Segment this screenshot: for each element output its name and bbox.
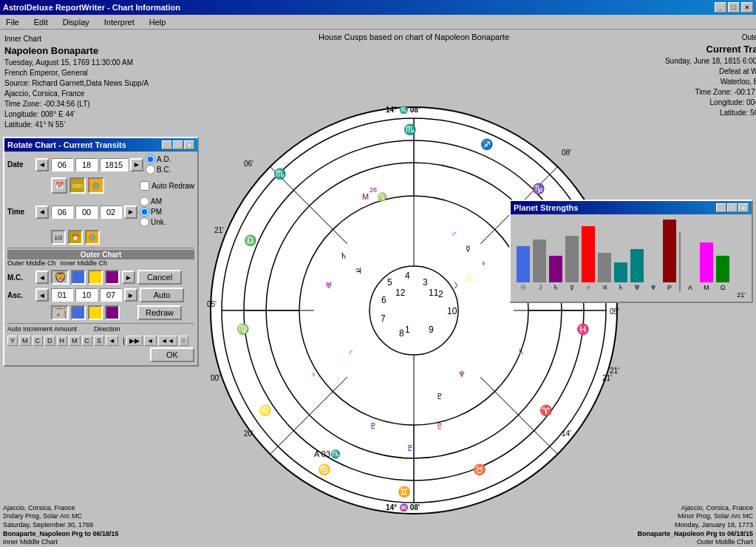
time-back-btn[interactable]: ◄ — [35, 205, 49, 219]
bar-label: P — [667, 284, 672, 291]
rotate-close[interactable]: × — [184, 140, 194, 149]
menu-edit[interactable]: Edit — [31, 17, 51, 27]
inner-chart-occupation: French Emperor, General — [4, 68, 195, 78]
svg-text:♍: ♍ — [236, 323, 250, 336]
bar-label: ♃ — [602, 284, 607, 291]
bar-P — [663, 220, 676, 283]
redraw-button[interactable]: Redraw — [137, 305, 182, 320]
unk-radio[interactable] — [140, 217, 149, 227]
asc-icon-1[interactable]: 🏹 — [51, 305, 69, 320]
svg-text:♄: ♄ — [517, 347, 525, 356]
svg-text:♏: ♏ — [273, 168, 287, 180]
inc-S[interactable]: S — [94, 336, 104, 346]
chart-icon-2[interactable]: 🌐 — [88, 177, 104, 194]
menu-interpret[interactable]: Interpret — [101, 17, 137, 27]
svg-text:♍: ♍ — [377, 191, 387, 202]
menu-help[interactable]: Help — [146, 17, 169, 27]
time-s-field[interactable] — [100, 205, 122, 219]
date-day-field[interactable] — [75, 158, 98, 171]
main-content: Inner Chart Napoleon Bonaparte Tuesday, … — [0, 30, 756, 547]
mc-fwd-btn[interactable]: ► — [122, 271, 135, 284]
am-radio[interactable] — [140, 197, 149, 206]
asc-sec[interactable] — [100, 288, 122, 302]
asc-deg[interactable] — [51, 288, 73, 302]
inc-D[interactable]: D — [44, 336, 55, 346]
svg-text:♀: ♀ — [480, 259, 486, 268]
menu-file[interactable]: File — [3, 17, 22, 27]
bar-♄ — [549, 256, 562, 282]
asc-icon-4[interactable] — [105, 305, 120, 320]
auto-redraw-check[interactable] — [140, 181, 149, 191]
cancel-button[interactable]: Cancel — [137, 270, 182, 285]
bl-line5: Inner Middle Chart — [3, 538, 119, 547]
mc-icon-1[interactable]: 🦁 — [51, 270, 69, 285]
asc-icon-3[interactable] — [88, 305, 103, 320]
auto-button[interactable]: Auto — [140, 288, 184, 302]
svg-text:14° ♏ 08': 14° ♏ 08' — [386, 105, 420, 115]
date-year-field[interactable] — [100, 158, 128, 171]
pm-radio[interactable] — [140, 207, 149, 217]
planet-close[interactable]: × — [738, 203, 749, 212]
rotate-maximize[interactable]: □ — [173, 140, 183, 149]
bar-♅ — [630, 249, 644, 282]
inc-M2[interactable]: M — [69, 336, 81, 346]
rotate-minimize[interactable]: _ — [162, 140, 172, 149]
asc-back-btn[interactable]: ◄ — [35, 288, 49, 302]
svg-text:♐: ♐ — [480, 138, 494, 151]
dir-circle[interactable]: ○ — [179, 336, 188, 346]
time-m-field[interactable] — [75, 205, 98, 219]
bottom-left-info: Ajaccio, Corsica, France 2ndary Prog, So… — [3, 504, 119, 547]
inner-chart-source: Source: Richard Garnett,Data News Supp/A — [4, 78, 195, 89]
svg-point-5 — [370, 266, 458, 355]
svg-text:10: 10 — [447, 306, 457, 316]
svg-text:♏: ♏ — [403, 123, 417, 136]
svg-text:♄: ♄ — [340, 251, 347, 260]
bar-M — [700, 242, 713, 282]
date-month-field[interactable] — [51, 158, 73, 171]
inc-M[interactable]: M — [19, 336, 31, 346]
ad-radio[interactable] — [146, 154, 155, 164]
mc-icon-2[interactable] — [71, 270, 86, 285]
asc-icon-2[interactable] — [71, 305, 86, 320]
dir-back-back[interactable]: ◄◄ — [158, 336, 177, 346]
mc-icon-3[interactable] — [88, 270, 103, 285]
inc-Y[interactable]: Y — [7, 336, 18, 346]
maximize-btn[interactable]: □ — [728, 2, 740, 13]
planet-maximize[interactable]: □ — [727, 203, 738, 212]
inc-C[interactable]: C — [33, 336, 44, 346]
dir-fwd-fwd[interactable]: ▶▶ — [126, 336, 143, 346]
time-fwd-btn[interactable]: ► — [124, 205, 137, 219]
asc-min[interactable] — [75, 288, 98, 302]
mc-icon-4[interactable] — [105, 270, 120, 285]
inc-back[interactable]: ◄ — [106, 336, 118, 346]
menu-display[interactable]: Display — [60, 17, 92, 27]
asc-label: Asc. — [7, 291, 33, 299]
planet-minimize[interactable]: _ — [716, 203, 726, 212]
bar-☿ — [565, 236, 579, 282]
inc-H[interactable]: H — [57, 336, 68, 346]
bar-col: ♃ — [598, 253, 611, 292]
calendar-icon[interactable]: 📅 — [51, 177, 67, 194]
bc-radio[interactable] — [146, 165, 155, 174]
clock-icon-1[interactable]: 1/2 — [51, 230, 66, 245]
dir-back[interactable]: ◄ — [144, 336, 157, 346]
window-title: AstrolDeluxe ReportWriter - Chart Inform… — [3, 3, 180, 12]
minimize-btn[interactable]: _ — [715, 2, 726, 13]
asc-fwd-btn[interactable]: ► — [124, 288, 137, 302]
time-h-field[interactable] — [51, 205, 73, 219]
br-line1: Ajaccio, Corsica, France — [637, 504, 753, 513]
date-fwd-btn[interactable]: ► — [130, 158, 143, 171]
svg-text:☽: ☽ — [451, 281, 458, 290]
mc-back-btn[interactable]: ◄ — [35, 271, 49, 284]
close-btn[interactable]: × — [741, 2, 753, 13]
ok-button[interactable]: OK — [150, 347, 194, 362]
date-back-btn[interactable]: ◄ — [35, 158, 49, 171]
inc-C2[interactable]: C — [82, 336, 93, 346]
chart-icon-1[interactable]: 1991 — [69, 177, 86, 194]
bar-label: A — [688, 284, 692, 291]
bar-col: ☉ — [517, 246, 530, 292]
clock-icon-3[interactable]: 🌐 — [85, 230, 100, 245]
svg-text:6: 6 — [381, 295, 386, 305]
clock-icon-2[interactable]: ⏰ — [68, 230, 83, 245]
section-divider-2 — [7, 323, 194, 324]
